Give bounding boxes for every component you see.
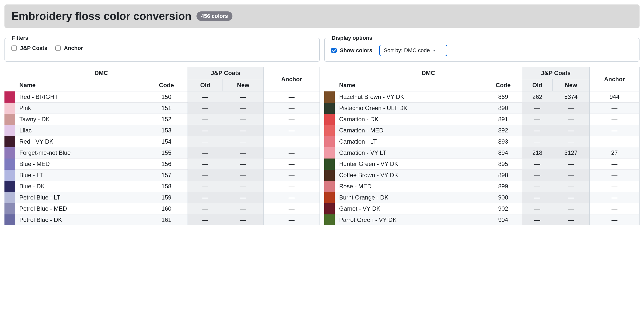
cell-name: Blue - MED <box>15 158 145 170</box>
cell-name: Petrol Blue - LT <box>15 192 145 203</box>
cell-jpc-old: — <box>522 214 552 226</box>
cell-jpc-new: — <box>223 103 264 114</box>
cell-name: Blue - DK <box>15 181 145 192</box>
cell-anchor: — <box>590 103 639 114</box>
col-group-jpc: J&P Coats <box>522 67 590 79</box>
cell-name: Garnet - VY DK <box>335 203 484 214</box>
col-name: Name <box>15 79 145 91</box>
cell-name: Tawny - DK <box>15 114 145 125</box>
cell-anchor: — <box>264 158 320 170</box>
cell-jpc-new: — <box>223 192 264 203</box>
cell-jpc-old: — <box>522 103 552 114</box>
cell-jpc-new: — <box>552 170 590 181</box>
cell-code: 894 <box>484 147 522 158</box>
filter-anchor[interactable]: Anchor <box>54 45 83 52</box>
table-row: Blue - MED156——— <box>4 158 320 170</box>
controls-row: Filters J&P Coats Anchor Display options… <box>4 35 640 62</box>
table-row: Petrol Blue - MED160——— <box>4 203 320 214</box>
cell-code: 161 <box>145 214 188 226</box>
cell-name: Carnation - VY LT <box>335 147 484 158</box>
cell-anchor: — <box>590 192 639 203</box>
cell-code: 869 <box>484 91 522 103</box>
cell-jpc-old: — <box>522 181 552 192</box>
color-swatch <box>324 136 335 147</box>
display-options-legend: Display options <box>330 35 374 41</box>
cell-code: 154 <box>145 136 188 147</box>
cell-anchor: — <box>590 158 639 170</box>
color-swatch <box>4 214 15 226</box>
color-swatch <box>324 147 335 158</box>
cell-name: Carnation - DK <box>335 114 484 125</box>
color-swatch <box>324 214 335 226</box>
cell-jpc-old: — <box>188 136 223 147</box>
cell-jpc-new: — <box>223 125 264 136</box>
color-swatch <box>324 91 335 103</box>
cell-name: Blue - LT <box>15 170 145 181</box>
color-swatch <box>4 103 15 114</box>
cell-jpc-new: 5374 <box>552 91 590 103</box>
color-swatch <box>324 170 335 181</box>
cell-name: Petrol Blue - DK <box>15 214 145 226</box>
cell-anchor: 27 <box>590 147 639 158</box>
color-swatch <box>4 147 15 158</box>
right-tbody: Hazelnut Brown - VY DK8692625374944Pista… <box>324 91 640 226</box>
cell-jpc-old: — <box>522 170 552 181</box>
cell-jpc-new: 3127 <box>552 147 590 158</box>
chevron-down-icon <box>433 50 436 51</box>
cell-jpc-old: — <box>188 91 223 103</box>
color-count-badge: 456 colors <box>196 12 232 21</box>
cell-name: Parrot Green - VY DK <box>335 214 484 226</box>
color-swatch <box>324 181 335 192</box>
color-swatch <box>4 125 15 136</box>
col-old: Old <box>188 79 223 91</box>
filters-legend: Filters <box>10 35 30 41</box>
cell-jpc-new: — <box>552 158 590 170</box>
cell-code: 892 <box>484 125 522 136</box>
cell-jpc-old: — <box>522 192 552 203</box>
cell-jpc-new: — <box>552 181 590 192</box>
cell-jpc-new: — <box>552 214 590 226</box>
cell-jpc-old: — <box>188 125 223 136</box>
cell-code: 891 <box>484 114 522 125</box>
page-title: Embroidery floss color conversion <box>12 10 192 22</box>
table-row: Pink151——— <box>4 103 320 114</box>
sort-by-select[interactable]: Sort by: DMC code <box>379 45 447 56</box>
tables-wrap: DMC J&P Coats Anchor Name Code Old New R… <box>4 67 640 225</box>
cell-jpc-old: — <box>522 125 552 136</box>
table-row: Petrol Blue - LT159——— <box>4 192 320 203</box>
color-table-left: DMC J&P Coats Anchor Name Code Old New R… <box>4 67 320 225</box>
cell-code: 157 <box>145 170 188 181</box>
cell-jpc-old: — <box>188 181 223 192</box>
cell-code: 153 <box>145 125 188 136</box>
cell-jpc-new: — <box>223 214 264 226</box>
cell-jpc-old: — <box>522 158 552 170</box>
table-row: Red - VY DK154——— <box>4 136 320 147</box>
cell-name: Carnation - LT <box>335 136 484 147</box>
show-colors[interactable]: Show colors <box>330 47 372 54</box>
cell-code: 893 <box>484 136 522 147</box>
color-swatch <box>324 114 335 125</box>
table-row: Red - BRIGHT150——— <box>4 91 320 103</box>
col-new: New <box>223 79 264 91</box>
col-group-jpc: J&P Coats <box>188 67 264 79</box>
filter-jpc[interactable]: J&P Coats <box>10 45 48 52</box>
cell-name: Pink <box>15 103 145 114</box>
cell-jpc-new: — <box>223 136 264 147</box>
cell-code: 156 <box>145 158 188 170</box>
table-row: Carnation - LT893——— <box>324 136 640 147</box>
cell-name: Coffee Brown - VY DK <box>335 170 484 181</box>
filter-anchor-checkbox[interactable] <box>55 46 61 51</box>
col-group-dmc: DMC <box>335 67 522 79</box>
cell-name: Petrol Blue - MED <box>15 203 145 214</box>
cell-jpc-old: — <box>522 203 552 214</box>
cell-jpc-new: — <box>223 114 264 125</box>
table-row: Blue - DK158——— <box>4 181 320 192</box>
color-swatch <box>4 114 15 125</box>
cell-code: 900 <box>484 192 522 203</box>
color-swatch <box>4 192 15 203</box>
cell-jpc-new: — <box>552 114 590 125</box>
cell-jpc-new: — <box>223 203 264 214</box>
cell-anchor: — <box>590 125 639 136</box>
filter-jpc-checkbox[interactable] <box>12 46 17 51</box>
show-colors-checkbox[interactable] <box>331 48 337 53</box>
